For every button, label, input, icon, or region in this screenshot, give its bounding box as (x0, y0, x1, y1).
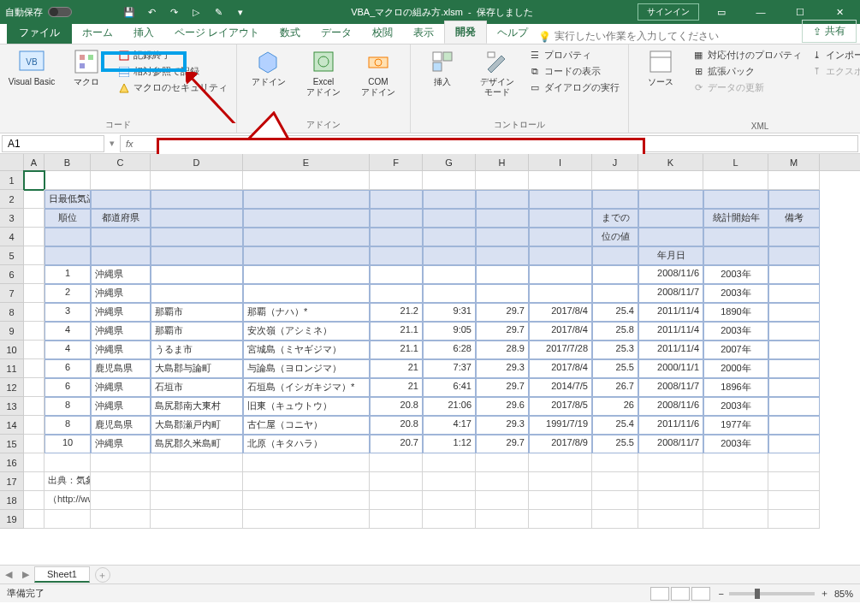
cell[interactable] (592, 265, 638, 284)
cell[interactable] (370, 453, 423, 472)
cell[interactable] (423, 472, 476, 491)
share-button[interactable]: ⇪ 共有 (802, 20, 857, 43)
cell[interactable] (592, 246, 638, 265)
zoom-level[interactable]: 85% (834, 589, 853, 599)
cell[interactable] (44, 171, 91, 190)
cell[interactable]: 順位 (44, 209, 91, 228)
tab-review[interactable]: 校閲 (362, 22, 403, 44)
cell[interactable]: 29.3 (476, 416, 529, 435)
cell[interactable]: 29.7 (476, 322, 529, 341)
col-header[interactable]: F (370, 154, 423, 170)
cell[interactable] (91, 510, 151, 529)
minimize-button[interactable]: — (744, 0, 778, 24)
cell[interactable] (151, 209, 243, 228)
cell[interactable] (370, 228, 423, 246)
cell[interactable]: 2008/11/6 (638, 397, 703, 416)
cell[interactable]: 2011/11/4 (638, 341, 703, 359)
cell[interactable] (24, 510, 44, 529)
cell[interactable]: 6:28 (423, 341, 476, 359)
cell[interactable]: 2017/8/4 (529, 359, 592, 378)
cell[interactable] (243, 246, 370, 265)
col-header[interactable]: D (151, 154, 243, 170)
cell[interactable] (529, 284, 592, 303)
cell[interactable] (476, 510, 529, 529)
cell[interactable]: 4 (44, 322, 91, 341)
cell[interactable] (423, 284, 476, 303)
cell[interactable]: 2017/8/4 (529, 322, 592, 341)
col-header[interactable]: B (44, 154, 91, 170)
cell[interactable]: 9:05 (423, 322, 476, 341)
cell[interactable]: 2017/8/5 (529, 397, 592, 416)
cell[interactable]: 沖縄県 (91, 397, 151, 416)
cell[interactable] (243, 453, 370, 472)
cell[interactable]: 2003年 (703, 284, 768, 303)
cell[interactable]: 2008/11/6 (638, 265, 703, 284)
cell[interactable]: 21 (370, 378, 423, 397)
row-header[interactable]: 2 (0, 190, 24, 209)
cell[interactable] (703, 491, 768, 510)
row-header[interactable]: 16 (0, 453, 24, 472)
cell[interactable] (151, 171, 243, 190)
cell[interactable] (370, 491, 423, 510)
cell[interactable] (44, 228, 91, 246)
cell[interactable]: 7:37 (423, 359, 476, 378)
tab-page-layout[interactable]: ページ レイアウト (164, 22, 270, 44)
cell[interactable]: 沖縄県 (91, 378, 151, 397)
cell[interactable] (91, 190, 151, 209)
cell[interactable]: 2014/7/5 (529, 378, 592, 397)
cell[interactable] (243, 228, 370, 246)
cell[interactable]: 北原（キタハラ） (243, 435, 370, 453)
cell[interactable]: 1896年 (703, 378, 768, 397)
cell[interactable] (370, 190, 423, 209)
cell[interactable]: 29.7 (476, 435, 529, 453)
sheet-grid[interactable]: A B C D E F G H I J K L M 12日最低気温の高い方から3… (0, 154, 860, 565)
cell[interactable] (24, 228, 44, 246)
cell[interactable]: 2017/8/4 (529, 303, 592, 322)
cell[interactable]: 26 (592, 397, 638, 416)
cell[interactable] (151, 246, 243, 265)
tab-developer[interactable]: 開発 (444, 21, 487, 44)
cell[interactable] (476, 228, 529, 246)
cell[interactable] (91, 171, 151, 190)
col-header[interactable]: H (476, 154, 529, 170)
cell[interactable]: 2017/8/9 (529, 435, 592, 453)
row-header[interactable]: 19 (0, 510, 24, 529)
cell[interactable]: 那覇市 (151, 303, 243, 322)
namebox-dropdown-icon[interactable]: ▾ (106, 138, 118, 149)
tell-me[interactable]: 💡 実行したい作業を入力してください (538, 29, 719, 44)
run-dialog-button[interactable]: ▭ダイアログの実行 (527, 80, 621, 95)
cell[interactable]: 2017/7/28 (529, 341, 592, 359)
cell[interactable] (638, 491, 703, 510)
cell[interactable]: 1:12 (423, 435, 476, 453)
expansion-pack-button[interactable]: ⊞拡張パック (691, 64, 804, 79)
cell[interactable] (44, 246, 91, 265)
export-button[interactable]: ⤒エクスポート (809, 64, 860, 79)
cell[interactable] (703, 171, 768, 190)
cell[interactable] (768, 341, 820, 359)
cell[interactable] (638, 171, 703, 190)
cell[interactable]: （http://www.data.jma.go.jp/obd/stats/dat… (44, 491, 91, 510)
touch-mode-icon[interactable]: ✎ (212, 6, 224, 18)
cell[interactable] (370, 209, 423, 228)
cell[interactable] (529, 171, 592, 190)
cell[interactable]: 石垣市 (151, 378, 243, 397)
cell[interactable] (703, 190, 768, 209)
cell[interactable] (24, 491, 44, 510)
col-header[interactable]: G (423, 154, 476, 170)
cell[interactable] (768, 453, 820, 472)
cell[interactable] (243, 491, 370, 510)
cell[interactable]: 20.8 (370, 397, 423, 416)
signin-button[interactable]: サインイン (638, 3, 699, 21)
cell[interactable] (768, 491, 820, 510)
redo-icon[interactable]: ↷ (168, 6, 180, 18)
cell[interactable] (91, 491, 151, 510)
design-mode-button[interactable]: デザイン モード (472, 48, 522, 98)
cell[interactable]: 10 (44, 435, 91, 453)
cell[interactable] (243, 510, 370, 529)
cell[interactable] (423, 190, 476, 209)
cell[interactable] (768, 228, 820, 246)
cell[interactable]: 年月日 (638, 246, 703, 265)
cell[interactable]: 25.4 (592, 416, 638, 435)
cell[interactable] (44, 510, 91, 529)
cell[interactable] (768, 397, 820, 416)
